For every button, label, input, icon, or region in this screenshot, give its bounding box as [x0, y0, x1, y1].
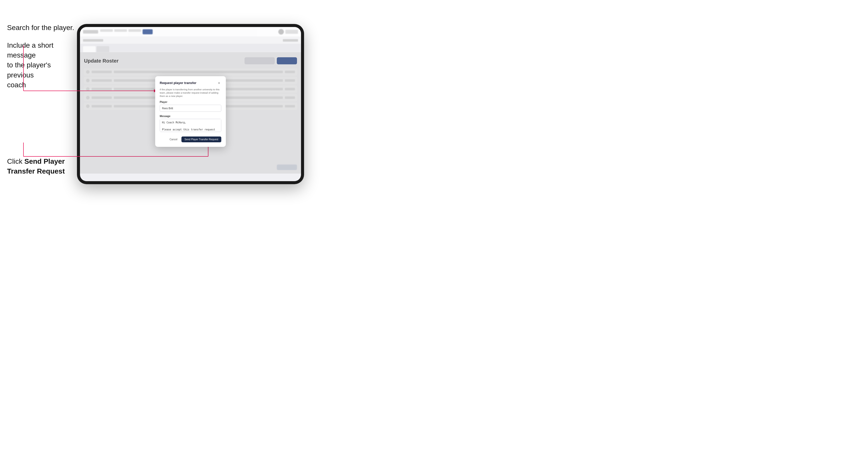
close-icon[interactable]: × — [217, 81, 221, 85]
app-logo — [83, 30, 98, 34]
nav-item-active — [143, 29, 153, 34]
breadcrumb — [83, 39, 103, 42]
message-textarea[interactable]: Hi Coach McHarg, Please accept this tran… — [160, 119, 221, 132]
nav-item-2 — [114, 29, 127, 32]
app-subheader — [80, 37, 301, 44]
modal-title: Request player transfer — [160, 81, 196, 85]
modal-header: Request player transfer × — [160, 81, 221, 85]
app-header — [80, 27, 301, 37]
transfer-request-modal: Request player transfer × If the player … — [155, 76, 226, 147]
player-input[interactable] — [160, 105, 221, 112]
header-button — [285, 30, 298, 34]
message-label: Message — [160, 115, 221, 118]
annotation-search: Search for the player. — [7, 23, 74, 33]
nav-item-1 — [100, 29, 113, 32]
breadcrumb-right — [283, 39, 298, 42]
app-nav — [100, 29, 276, 34]
user-avatar — [278, 29, 284, 35]
modal-description: If the player is transferring from anoth… — [160, 88, 221, 98]
modal-footer: Cancel Send Player Transfer Request — [160, 136, 221, 142]
send-transfer-request-button[interactable]: Send Player Transfer Request — [181, 136, 221, 142]
cancel-button[interactable]: Cancel — [167, 137, 179, 142]
nav-item-3 — [128, 29, 141, 32]
player-label: Player — [160, 101, 221, 103]
header-right — [278, 29, 298, 35]
content-area: Update Roster — [80, 52, 301, 174]
